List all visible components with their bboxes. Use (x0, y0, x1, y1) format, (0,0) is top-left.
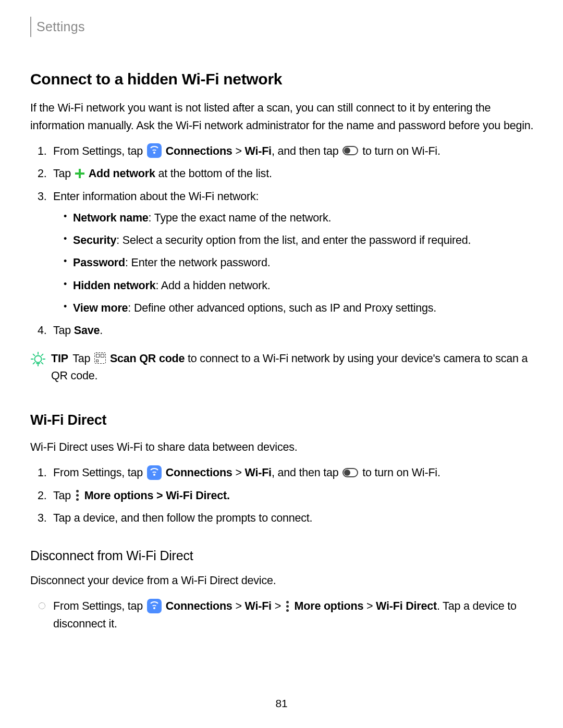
step-3: 3. Tap a device, and then follow the pro… (53, 510, 536, 527)
text: From Settings, tap (53, 600, 143, 612)
text: From Settings, tap (53, 145, 143, 157)
toggle-icon (342, 146, 358, 155)
text: Tap (53, 324, 74, 337)
bullet-network-name: Network name: Type the exact name of the… (73, 209, 536, 227)
intro-wifi-direct: Wi-Fi Direct uses Wi-Fi to share data be… (30, 439, 536, 456)
label-wifi: Wi-Fi (245, 466, 272, 479)
text: at the bottom of the list. (158, 167, 272, 180)
text: Enter information about the Wi-Fi networ… (53, 190, 259, 203)
toggle-icon (342, 468, 358, 477)
label-wifi-direct: Wi-Fi Direct (166, 489, 227, 502)
more-options-icon (76, 489, 79, 501)
bullet-security: Security: Select a security option from … (73, 232, 536, 249)
section-title-hidden-wifi: Connect to a hidden Wi-Fi network (30, 67, 536, 92)
label-wifi: Wi-Fi (245, 145, 272, 157)
step: From Settings, tap Connections > Wi-Fi >… (53, 598, 536, 633)
page-number: 81 (0, 695, 563, 712)
tip-label: TIP (51, 352, 68, 365)
label-wifi-direct: Wi-Fi Direct (376, 600, 437, 612)
text: From Settings, tap (53, 466, 143, 479)
connections-icon (147, 143, 162, 158)
step-1: 1. From Settings, tap Connections > Wi-F… (53, 464, 536, 482)
step-2: 2. Tap More options > Wi-Fi Direct. (53, 487, 536, 504)
text: Tap (53, 167, 71, 180)
step-2: 2. Tap Add network at the bottom of the … (53, 165, 536, 182)
label-connections: Connections (166, 600, 232, 612)
sep: > (235, 466, 241, 479)
step-1: 1. From Settings, tap Connections > Wi-F… (53, 143, 536, 160)
step-3: 3. Enter information about the Wi-Fi net… (53, 188, 536, 317)
bullet-hidden-network: Hidden network: Add a hidden network. (73, 277, 536, 294)
connections-icon (147, 465, 162, 480)
text: . (227, 489, 230, 502)
svg-line-6 (42, 362, 43, 364)
label-connections: Connections (166, 466, 232, 479)
bullet-password: Password: Enter the network password. (73, 254, 536, 272)
tip-text: TIP Tap Scan QR code to connect to a Wi-… (51, 350, 536, 385)
label-wifi: Wi-Fi (245, 600, 272, 612)
text: to turn on Wi-Fi. (362, 145, 440, 157)
bullet-view-more: View more: Define other advanced options… (73, 300, 536, 317)
text: Tap (72, 352, 90, 365)
sep: > (235, 600, 241, 612)
qr-icon (94, 352, 106, 364)
step-4: 4. Tap Save. (53, 322, 536, 339)
sep: > (275, 600, 281, 612)
text: Tap (53, 489, 71, 502)
plus-icon (75, 169, 84, 178)
breadcrumb: Settings (30, 17, 536, 37)
label-connections: Connections (166, 145, 232, 157)
section-title-wifi-direct: Wi-Fi Direct (30, 410, 536, 431)
more-options-icon (286, 600, 289, 612)
steps-disconnect: From Settings, tap Connections > Wi-Fi >… (30, 598, 536, 633)
svg-point-0 (34, 355, 41, 362)
label-add-network: Add network (89, 167, 155, 180)
svg-line-7 (33, 362, 35, 364)
steps-wifi-direct: 1. From Settings, tap Connections > Wi-F… (30, 464, 536, 527)
label-save: Save (74, 324, 100, 337)
sep: > (366, 600, 373, 612)
lightbulb-icon (30, 351, 46, 372)
connections-icon (147, 599, 162, 613)
text: to turn on Wi-Fi. (362, 466, 440, 479)
intro-disconnect: Disconnect your device from a Wi-Fi Dire… (30, 572, 536, 589)
label-more-options: More options (84, 489, 154, 502)
steps-hidden-wifi: 1. From Settings, tap Connections > Wi-F… (30, 143, 536, 340)
svg-line-5 (33, 354, 35, 355)
label-scan-qr: Scan QR code (110, 352, 185, 365)
substeps: Network name: Type the exact name of the… (53, 209, 536, 317)
sep: > (156, 489, 163, 502)
svg-line-8 (42, 354, 43, 355)
text: . (100, 324, 103, 337)
tip-block: TIP Tap Scan QR code to connect to a Wi-… (30, 350, 536, 385)
text: , and then tap (272, 145, 339, 157)
section-title-disconnect: Disconnect from Wi-Fi Direct (30, 546, 536, 566)
text: Tap a device, and then follow the prompt… (53, 512, 312, 524)
intro-hidden-wifi: If the Wi-Fi network you want is not lis… (30, 100, 536, 134)
label-more-options: More options (295, 600, 364, 612)
sep: > (235, 145, 241, 157)
text: , and then tap (272, 466, 339, 479)
